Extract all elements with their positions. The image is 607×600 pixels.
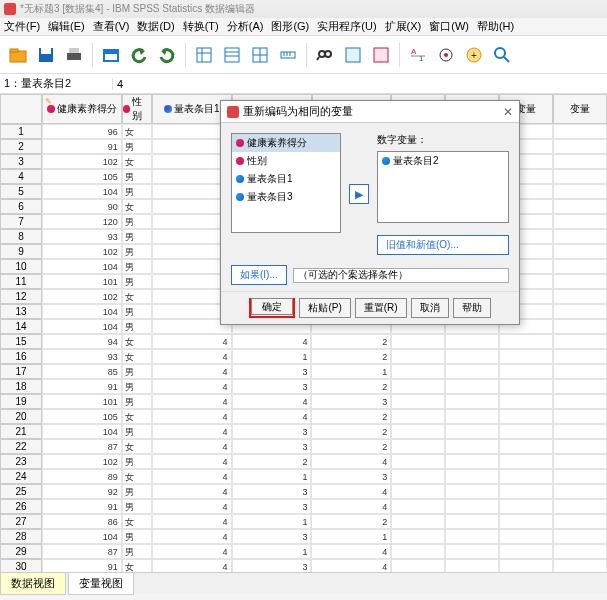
cell[interactable] <box>553 274 607 289</box>
cell[interactable]: 男 <box>122 244 152 259</box>
cell[interactable]: 93 <box>42 229 122 244</box>
cell[interactable] <box>553 259 607 274</box>
cell[interactable] <box>553 229 607 244</box>
cell[interactable] <box>553 499 607 514</box>
cell[interactable]: 4 <box>152 349 232 364</box>
target-variables-list[interactable]: 量表条目2 <box>377 151 509 223</box>
cell[interactable] <box>499 334 553 349</box>
cell[interactable] <box>445 499 499 514</box>
cell[interactable]: 104 <box>42 184 122 199</box>
menu-window[interactable]: 窗口(W) <box>429 19 469 34</box>
cell[interactable]: 120 <box>42 214 122 229</box>
cell[interactable] <box>499 559 553 572</box>
cell[interactable] <box>445 484 499 499</box>
cell[interactable]: 102 <box>42 289 122 304</box>
cell[interactable]: 3 <box>311 469 391 484</box>
cell[interactable]: 91 <box>42 139 122 154</box>
cell[interactable]: 2 <box>311 439 391 454</box>
cell[interactable]: 4 <box>311 499 391 514</box>
cell[interactable] <box>391 529 445 544</box>
cell[interactable]: 3 <box>232 364 312 379</box>
cell[interactable]: 2 <box>311 424 391 439</box>
cell[interactable]: 2 <box>311 379 391 394</box>
table-row[interactable]: 2592男434 <box>0 484 607 499</box>
table-row[interactable]: 2786女412 <box>0 514 607 529</box>
row-header[interactable]: 16 <box>0 349 42 364</box>
cell[interactable]: 男 <box>122 484 152 499</box>
cell[interactable]: 4 <box>152 499 232 514</box>
redo-icon[interactable] <box>155 43 179 67</box>
cell[interactable]: 105 <box>42 169 122 184</box>
cell[interactable]: 2 <box>232 454 312 469</box>
cell[interactable] <box>553 544 607 559</box>
cell[interactable] <box>553 289 607 304</box>
cell[interactable]: 女 <box>122 559 152 572</box>
cell[interactable]: 3 <box>232 379 312 394</box>
cell[interactable]: 101 <box>42 394 122 409</box>
menu-data[interactable]: 数据(D) <box>137 19 174 34</box>
cell[interactable]: 女 <box>122 289 152 304</box>
cell[interactable]: 女 <box>122 199 152 214</box>
cell[interactable]: 101 <box>42 274 122 289</box>
row-header[interactable]: 30 <box>0 559 42 572</box>
cell[interactable]: 3 <box>232 529 312 544</box>
cell[interactable]: 89 <box>42 469 122 484</box>
list-item[interactable]: 量表条目1 <box>232 170 340 188</box>
cell[interactable] <box>391 364 445 379</box>
cell[interactable]: 男 <box>122 184 152 199</box>
variables-icon[interactable] <box>220 43 244 67</box>
weight-icon[interactable] <box>434 43 458 67</box>
cell[interactable] <box>499 439 553 454</box>
cell[interactable]: 男 <box>122 139 152 154</box>
condition-input[interactable] <box>293 268 509 283</box>
row-header[interactable]: 23 <box>0 454 42 469</box>
cell[interactable]: 2 <box>311 409 391 424</box>
tab-data-view[interactable]: 数据视图 <box>0 572 66 595</box>
cell[interactable]: 男 <box>122 274 152 289</box>
cell[interactable] <box>553 559 607 572</box>
row-header[interactable]: 2 <box>0 139 42 154</box>
cell[interactable]: 4 <box>311 559 391 572</box>
cell[interactable]: 87 <box>42 544 122 559</box>
move-right-button[interactable]: ▶ <box>349 184 369 204</box>
cell[interactable]: 1 <box>311 364 391 379</box>
cell[interactable]: 4 <box>232 334 312 349</box>
cell[interactable] <box>391 499 445 514</box>
table-row[interactable]: 1594女442 <box>0 334 607 349</box>
cell[interactable] <box>553 199 607 214</box>
cell[interactable] <box>391 424 445 439</box>
cell[interactable]: 91 <box>42 499 122 514</box>
menu-file[interactable]: 文件(F) <box>4 19 40 34</box>
cell[interactable]: 女 <box>122 124 152 139</box>
cell[interactable]: 4 <box>152 484 232 499</box>
cell[interactable]: 男 <box>122 319 152 334</box>
cell[interactable]: 4 <box>232 409 312 424</box>
cell[interactable]: 男 <box>122 304 152 319</box>
cell[interactable] <box>445 379 499 394</box>
cell[interactable]: 4 <box>311 544 391 559</box>
row-header[interactable]: 18 <box>0 379 42 394</box>
cell[interactable]: 1 <box>232 544 312 559</box>
table-row[interactable]: 1693女412 <box>0 349 607 364</box>
col-header-empty[interactable]: 变量 <box>553 94 607 124</box>
cell[interactable]: 3 <box>232 424 312 439</box>
cell[interactable]: 女 <box>122 409 152 424</box>
row-header[interactable]: 29 <box>0 544 42 559</box>
row-header[interactable]: 6 <box>0 199 42 214</box>
cell[interactable]: 93 <box>42 349 122 364</box>
open-icon[interactable] <box>6 43 30 67</box>
cell[interactable] <box>445 349 499 364</box>
cell[interactable] <box>445 424 499 439</box>
cell[interactable]: 3 <box>232 499 312 514</box>
row-header[interactable]: 13 <box>0 304 42 319</box>
cell[interactable] <box>445 439 499 454</box>
cell[interactable] <box>391 514 445 529</box>
cell[interactable]: 男 <box>122 169 152 184</box>
cell[interactable]: 87 <box>42 439 122 454</box>
cell[interactable] <box>391 454 445 469</box>
cell[interactable]: 102 <box>42 244 122 259</box>
cell[interactable]: 104 <box>42 529 122 544</box>
cell[interactable] <box>553 439 607 454</box>
cell[interactable]: 4 <box>152 334 232 349</box>
cell[interactable]: 104 <box>42 319 122 334</box>
